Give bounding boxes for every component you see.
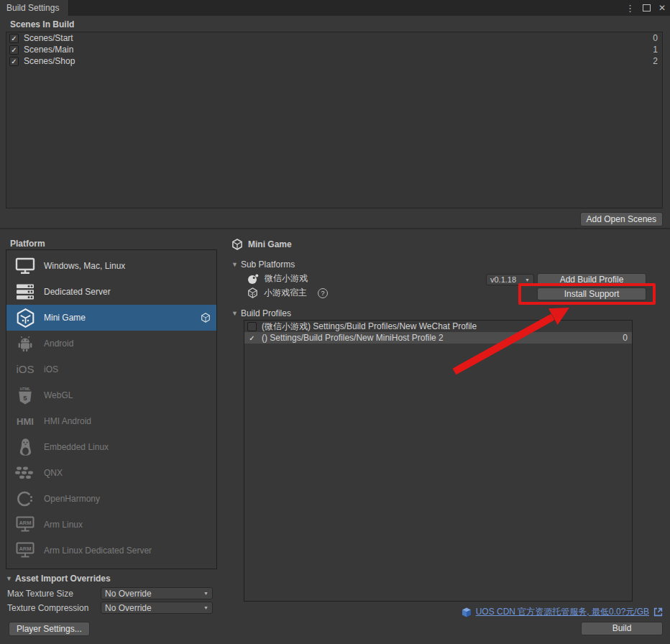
platform-item-mini-game[interactable]: Mini Game xyxy=(6,305,216,331)
minigame-panel-header: Mini Game xyxy=(231,239,292,250)
scene-checkbox[interactable]: ✓ xyxy=(9,45,19,55)
platform-item-webgl[interactable]: HTML5 WebGL xyxy=(6,382,216,408)
platform-item-arm-linux[interactable]: ARM Arm Linux xyxy=(6,512,216,538)
svg-text:ARM: ARM xyxy=(19,546,31,552)
build-profile-row[interactable]: ✓ () Settings/Build Profiles/New MiniHos… xyxy=(244,332,632,344)
texture-compression-dropdown[interactable]: No Override ▼ xyxy=(101,602,213,614)
platform-item-label: Arm Linux xyxy=(38,520,83,530)
scene-index: 1 xyxy=(653,45,659,55)
title-bar: Build Settings ⋮ ✕ xyxy=(0,0,670,16)
platform-item-android[interactable]: Android xyxy=(6,331,216,356)
player-settings-button[interactable]: Player Settings... xyxy=(9,622,90,636)
profile-checkbox-checked[interactable]: ✓ xyxy=(247,334,257,343)
scene-index: 0 xyxy=(653,33,659,43)
foldout-triangle-icon: ▼ xyxy=(6,575,12,582)
platform-item-qnx[interactable]: QNX xyxy=(6,460,216,486)
penguin-icon xyxy=(12,438,38,456)
subplatform-row-minihost[interactable]: 小游戏宿主 ? xyxy=(247,287,328,299)
scene-row[interactable]: ✓ Scenes/Start 0 xyxy=(6,32,662,44)
build-profiles-foldout[interactable]: ▼ Build Profiles xyxy=(231,308,291,318)
svg-text:5: 5 xyxy=(23,394,27,402)
platform-list[interactable]: Windows, Mac, Linux Dedicated Server Min… xyxy=(6,249,217,569)
build-settings-window: Build Settings ⋮ ✕ Scenes In Build ✓ Sce… xyxy=(0,0,670,644)
platform-item-dedicated-server[interactable]: Dedicated Server xyxy=(6,279,216,305)
platform-item-label: WebGL xyxy=(38,390,73,400)
build-profile-row[interactable]: (微信小游戏) Settings/Build Profiles/New WeCh… xyxy=(244,321,632,332)
profile-index: 0 xyxy=(623,333,629,343)
add-build-profile-button[interactable]: Add Build Profile xyxy=(537,273,646,286)
build-profiles-header: Build Profiles xyxy=(241,308,291,318)
svg-text:ARM: ARM xyxy=(19,520,31,526)
wechat-version-dropdown[interactable]: v0.1.18 ▼ xyxy=(486,274,534,285)
section-divider xyxy=(0,228,670,229)
uos-cdn-link[interactable]: UOS CDN 官方资源托管服务, 最低0.0?元/GB xyxy=(476,606,649,618)
window-title: Build Settings xyxy=(6,3,59,13)
window-menu-icon[interactable]: ⋮ xyxy=(625,3,635,14)
scene-label: Scenes/Main xyxy=(24,45,73,55)
platform-item-label: Arm Linux Dedicated Server xyxy=(38,546,152,556)
platform-item-openharmony[interactable]: OpenHarmony xyxy=(6,486,216,512)
scenes-list[interactable]: ✓ Scenes/Start 0 ✓ Scenes/Main 1 ✓ Scene… xyxy=(6,32,663,208)
hmi-icon: HMI xyxy=(12,415,38,428)
platform-item-arm-linux-dedicated-server[interactable]: ARM Arm Linux Dedicated Server xyxy=(6,538,216,564)
mini-game-status-cube-icon xyxy=(201,313,211,323)
profile-label: (微信小游戏) Settings/Build Profiles/New WeCh… xyxy=(262,321,477,333)
scenes-in-build-header: Scenes In Build xyxy=(10,19,74,29)
platform-item-label: Android xyxy=(38,339,73,349)
platform-item-label: Mini Game xyxy=(38,313,86,323)
subplatform-row-wechat[interactable]: 微信小游戏 xyxy=(247,272,308,285)
wechat-version-value: v0.1.18 xyxy=(490,275,516,284)
uos-cdn-link-row[interactable]: UOS CDN 官方资源托管服务, 最低0.0?元/GB xyxy=(462,606,663,618)
build-button[interactable]: Build xyxy=(581,622,663,635)
platform-item-label: iOS xyxy=(38,364,58,374)
platform-item-ios[interactable]: iOS iOS xyxy=(6,356,216,382)
asset-import-overrides-foldout[interactable]: ▼ Asset Import Overrides xyxy=(6,574,111,584)
server-icon xyxy=(12,283,38,300)
wechat-subplatform-label: 微信小游戏 xyxy=(265,272,308,285)
platform-header: Platform xyxy=(10,239,45,249)
texture-compression-value: No Override xyxy=(105,603,152,613)
minigame-cube-icon xyxy=(231,239,243,250)
max-texture-size-dropdown[interactable]: No Override ▼ xyxy=(101,587,213,599)
external-link-icon xyxy=(653,607,663,617)
wechat-minigame-icon xyxy=(247,273,259,285)
texture-compression-label: Texture Compression xyxy=(7,603,88,613)
arm-monitor-icon: ARM xyxy=(12,516,38,533)
svg-text:iOS: iOS xyxy=(16,363,34,375)
chevron-down-icon: ▼ xyxy=(520,277,530,282)
foldout-triangle-icon: ▼ xyxy=(231,261,238,268)
platform-item-windows-mac-linux[interactable]: Windows, Mac, Linux xyxy=(6,253,216,279)
uos-cube-icon xyxy=(462,607,472,617)
profile-checkbox-unchecked[interactable] xyxy=(247,322,257,331)
scene-row[interactable]: ✓ Scenes/Shop 2 xyxy=(6,55,662,67)
platform-item-hmi-android[interactable]: HMI HMI Android xyxy=(6,408,216,434)
add-open-scenes-button[interactable]: Add Open Scenes xyxy=(580,212,663,226)
install-support-button[interactable]: Install Support xyxy=(537,288,646,300)
foldout-triangle-icon: ▼ xyxy=(231,310,238,317)
minigame-header-label: Mini Game xyxy=(248,239,292,249)
build-profiles-list[interactable]: (微信小游戏) Settings/Build Profiles/New WeCh… xyxy=(244,320,633,602)
ios-icon: iOS xyxy=(12,362,38,377)
android-icon xyxy=(12,336,38,352)
scene-row[interactable]: ✓ Scenes/Main 1 xyxy=(6,44,662,55)
scene-checkbox[interactable]: ✓ xyxy=(9,34,19,43)
help-icon[interactable]: ? xyxy=(318,288,328,298)
scene-checkbox[interactable]: ✓ xyxy=(9,57,19,66)
host-subplatform-label: 小游戏宿主 xyxy=(264,287,307,299)
sub-platforms-foldout[interactable]: ▼ Sub Platforms xyxy=(231,259,295,270)
window-tab[interactable]: Build Settings xyxy=(0,0,69,16)
arm-monitor-icon: ARM xyxy=(12,542,38,559)
chevron-down-icon: ▼ xyxy=(199,591,208,596)
chevron-down-icon: ▼ xyxy=(199,605,208,610)
monitor-icon xyxy=(12,257,38,275)
window-maximize-icon[interactable] xyxy=(643,4,651,12)
svg-text:HTML: HTML xyxy=(20,386,31,390)
platform-item-embedded-linux[interactable]: Embedded Linux xyxy=(6,434,216,460)
window-close-icon[interactable]: ✕ xyxy=(658,3,666,13)
sub-platforms-header: Sub Platforms xyxy=(241,259,295,270)
profile-label: () Settings/Build Profiles/New MiniHost … xyxy=(262,333,444,343)
platform-item-label: QNX xyxy=(38,468,63,478)
svg-text:HMI: HMI xyxy=(17,416,34,427)
platform-item-label: HMI Android xyxy=(38,416,91,426)
max-texture-size-value: No Override xyxy=(105,589,152,599)
